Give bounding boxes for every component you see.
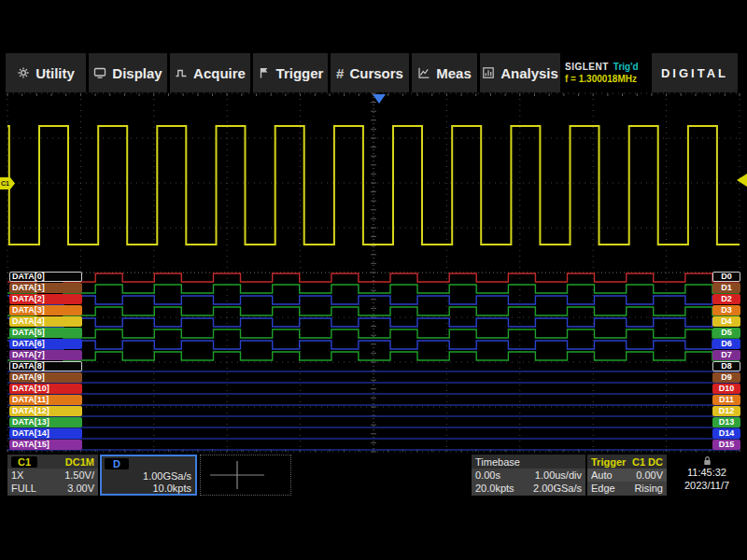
digital-channel-label-d9[interactable]: DATA[9] <box>9 372 82 383</box>
digital-channel-chip-d11[interactable]: D11 <box>712 395 740 405</box>
digital-channel-chip-d13[interactable]: D13 <box>712 417 740 427</box>
digital-channel-chip-d10[interactable]: D10 <box>712 384 740 394</box>
digital-channel-label-d12[interactable]: DATA[12] <box>9 406 82 416</box>
digital-channel-label-d11[interactable]: DATA[11] <box>9 395 82 405</box>
digital-channel-chip-d9[interactable]: D9 <box>712 372 740 383</box>
digital-channel-label-d4[interactable]: DATA[4] <box>9 316 82 327</box>
digital-channel-label-d8[interactable]: DATA[8] <box>9 361 82 371</box>
oscilloscope-screen: Utility Display Acquire Trigger # <box>0 0 747 560</box>
digital-channel-chip-d14[interactable]: D14 <box>712 428 740 439</box>
digital-channel-chip-d1[interactable]: D1 <box>712 283 740 293</box>
digital-channel-chip-d7[interactable]: D7 <box>712 350 740 360</box>
digital-channel-label-d15[interactable]: DATA[15] <box>9 440 82 450</box>
digital-channel-chip-d15[interactable]: D15 <box>712 440 740 450</box>
digital-channel-label-d3[interactable]: DATA[3] <box>9 305 82 315</box>
plot-area <box>0 0 747 560</box>
digital-channel-label-d13[interactable]: DATA[13] <box>9 417 82 427</box>
analog-trace-c1 <box>7 126 740 245</box>
digital-channel-label-d7[interactable]: DATA[7] <box>9 350 82 360</box>
digital-channel-chip-d8[interactable]: D8 <box>712 361 740 371</box>
digital-channel-chip-d5[interactable]: D5 <box>712 328 740 338</box>
digital-channel-chip-d0[interactable]: D0 <box>712 272 740 282</box>
digital-channel-chip-d3[interactable]: D3 <box>712 305 740 315</box>
digital-channel-label-d6[interactable]: DATA[6] <box>9 339 82 349</box>
digital-channel-label-d1[interactable]: DATA[1] <box>9 283 82 293</box>
digital-channel-label-d0[interactable]: DATA[0] <box>9 272 82 282</box>
digital-channel-label-d14[interactable]: DATA[14] <box>9 428 82 439</box>
digital-channel-chip-d6[interactable]: D6 <box>712 339 740 349</box>
digital-channel-chip-d4[interactable]: D4 <box>712 316 740 327</box>
digital-channel-chip-d12[interactable]: D12 <box>712 406 740 416</box>
digital-channel-label-d5[interactable]: DATA[5] <box>9 328 82 338</box>
digital-channel-chip-d2[interactable]: D2 <box>712 294 740 304</box>
digital-channel-label-d2[interactable]: DATA[2] <box>9 294 82 304</box>
digital-channel-label-d10[interactable]: DATA[10] <box>9 384 82 394</box>
